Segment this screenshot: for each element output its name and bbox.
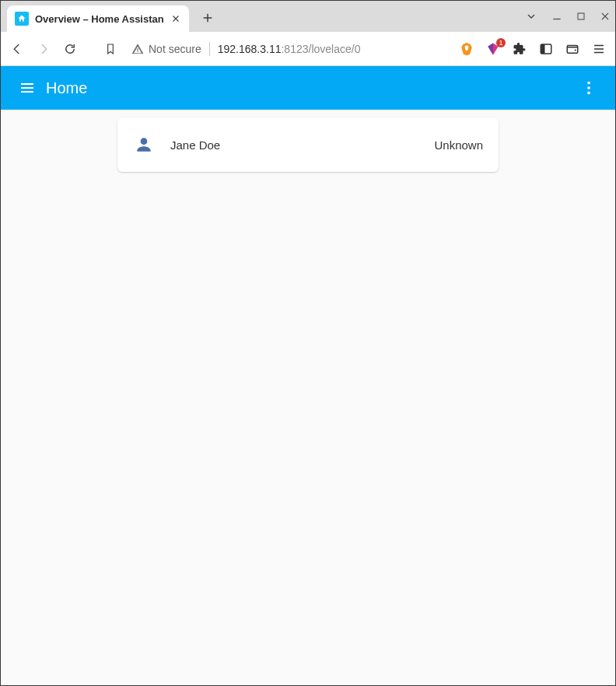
browser-menu-button[interactable] (590, 40, 607, 58)
reload-button[interactable] (61, 40, 79, 58)
more-options-button[interactable] (573, 72, 604, 103)
security-label: Not secure (149, 43, 201, 55)
new-tab-button[interactable] (197, 7, 219, 29)
sidepanel-button[interactable] (537, 40, 555, 58)
tab-title: Overview – Home Assistan (35, 13, 164, 25)
address-divider (209, 42, 210, 56)
person-icon (133, 134, 155, 156)
close-window-button[interactable] (600, 11, 611, 22)
close-tab-icon[interactable] (170, 13, 181, 24)
not-secure-indicator[interactable]: Not secure (131, 43, 201, 55)
svg-point-4 (575, 49, 576, 51)
svg-rect-3 (567, 45, 578, 53)
warning-icon (131, 43, 144, 55)
back-button[interactable] (9, 40, 26, 58)
forward-button (35, 40, 52, 58)
entity-state: Unknown (434, 138, 483, 152)
entities-card: Jane Doe Unknown (117, 117, 499, 172)
home-assistant-app: Home Jane Doe Unknown (1, 66, 615, 685)
wallet-button[interactable] (564, 40, 581, 58)
minimize-button[interactable] (551, 11, 562, 22)
brave-logo-icon[interactable] (458, 40, 475, 58)
window-controls (525, 1, 611, 32)
url-text: 192.168.3.11:8123/lovelace/0 (218, 43, 361, 55)
svg-point-5 (587, 82, 590, 85)
app-body: Jane Doe Unknown (1, 110, 615, 685)
bookmark-button[interactable] (102, 40, 119, 58)
hamburger-menu-button[interactable] (12, 72, 43, 103)
browser-tab[interactable]: Overview – Home Assistan (7, 5, 189, 32)
home-assistant-favicon (15, 12, 29, 26)
brave-shields-button[interactable]: 1 (485, 40, 502, 58)
chevron-down-icon[interactable] (525, 10, 537, 23)
address-bar[interactable]: Not secure 192.168.3.11:8123/lovelace/0 (128, 37, 449, 61)
browser-toolbar: Not secure 192.168.3.11:8123/lovelace/0 … (1, 32, 615, 66)
app-header: Home (1, 66, 615, 110)
shields-count-badge: 1 (496, 38, 506, 47)
svg-point-6 (587, 86, 590, 89)
svg-point-7 (587, 92, 590, 95)
browser-window: Overview – Home Assistan (0, 0, 616, 686)
app-title: Home (46, 79, 87, 97)
extensions-button[interactable] (511, 40, 528, 58)
svg-rect-2 (541, 44, 544, 54)
svg-rect-0 (578, 13, 584, 19)
maximize-button[interactable] (576, 12, 586, 21)
entity-name: Jane Doe (170, 138, 220, 152)
tab-strip: Overview – Home Assistan (1, 1, 615, 32)
entity-row[interactable]: Jane Doe Unknown (117, 117, 499, 172)
